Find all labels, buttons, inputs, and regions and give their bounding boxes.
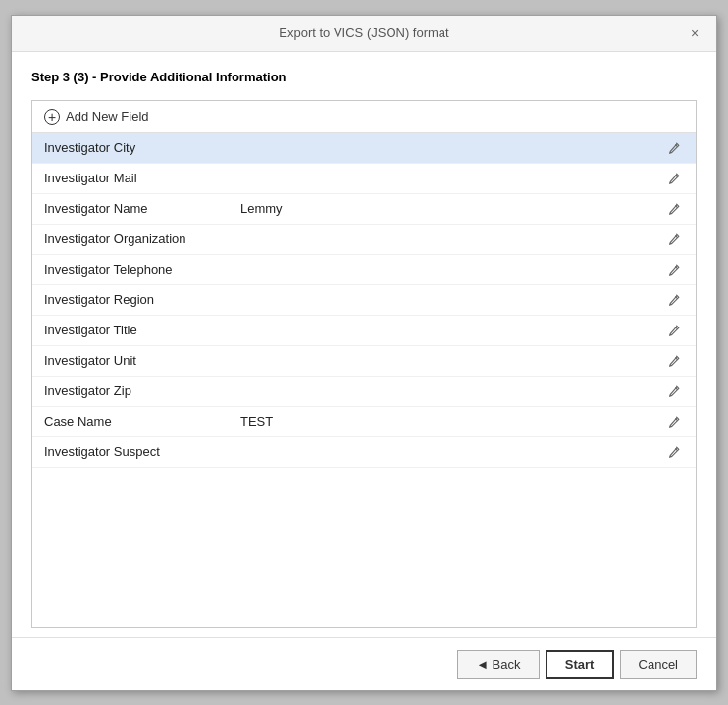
table-row: Investigator Title: [32, 316, 696, 346]
table-row: Investigator Telephone: [32, 255, 696, 285]
table-row: Investigator Region: [32, 285, 696, 316]
field-name: Investigator Unit: [44, 353, 240, 368]
field-name: Investigator Name: [44, 201, 240, 216]
field-value: TEST: [240, 414, 664, 428]
edit-icon[interactable]: [664, 412, 684, 431]
table-row: Investigator Organization: [32, 225, 696, 255]
table-row: Investigator Mail: [32, 164, 696, 194]
fields-list: Investigator City Investigator Mail Inve…: [32, 133, 696, 627]
dialog-body: Step 3 (3) - Provide Additional Informat…: [12, 52, 716, 637]
field-value: Lemmy: [240, 201, 664, 216]
edit-icon[interactable]: [664, 229, 684, 249]
edit-icon[interactable]: [664, 169, 684, 188]
field-name: Investigator City: [44, 140, 240, 155]
cancel-button[interactable]: Cancel: [620, 650, 697, 679]
field-name: Investigator Telephone: [44, 262, 240, 277]
table-row: Investigator Unit: [32, 346, 696, 377]
add-new-field-row[interactable]: + Add New Field: [32, 101, 696, 133]
edit-icon[interactable]: [664, 199, 684, 219]
field-name: Investigator Title: [44, 323, 240, 337]
table-row: Investigator Suspect: [32, 437, 696, 468]
step-title: Step 3 (3) - Provide Additional Informat…: [31, 70, 697, 84]
edit-icon[interactable]: [664, 442, 684, 462]
edit-icon[interactable]: [664, 381, 684, 401]
dialog-title: Export to VICS (JSON) format: [43, 25, 685, 40]
table-row: Case NameTEST: [32, 407, 696, 437]
footer: ◄ Back Start Cancel: [12, 637, 716, 690]
table-row: Investigator NameLemmy: [32, 194, 696, 225]
close-button[interactable]: ×: [685, 24, 704, 43]
table-row: Investigator Zip: [32, 377, 696, 407]
field-name: Case Name: [44, 414, 240, 428]
edit-icon[interactable]: [664, 290, 684, 310]
field-name: Investigator Zip: [44, 383, 240, 398]
start-button[interactable]: Start: [546, 650, 614, 679]
edit-icon[interactable]: [664, 138, 684, 158]
field-name: Investigator Suspect: [44, 444, 240, 459]
title-bar: Export to VICS (JSON) format ×: [12, 16, 716, 52]
table-row: Investigator City: [32, 133, 696, 164]
add-field-label: Add New Field: [66, 109, 149, 124]
export-dialog: Export to VICS (JSON) format × Step 3 (3…: [11, 15, 717, 691]
edit-icon[interactable]: [664, 351, 684, 371]
edit-icon[interactable]: [664, 260, 684, 279]
field-name: Investigator Mail: [44, 171, 240, 185]
add-icon: +: [44, 109, 60, 125]
field-name: Investigator Organization: [44, 231, 240, 246]
back-button[interactable]: ◄ Back: [457, 650, 539, 679]
field-name: Investigator Region: [44, 292, 240, 307]
edit-icon[interactable]: [664, 321, 684, 340]
content-area: + Add New Field Investigator City Invest…: [31, 100, 697, 628]
